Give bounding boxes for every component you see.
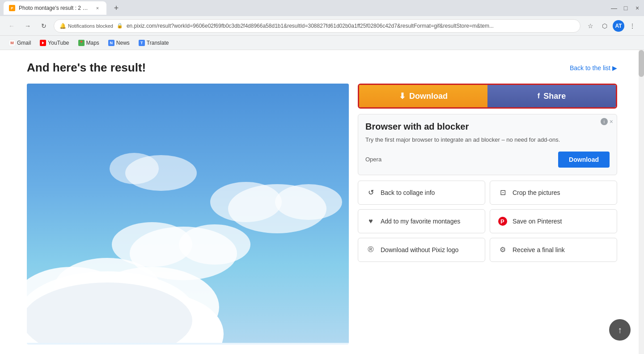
svg-marker-0 bbox=[42, 42, 44, 44]
notification-text: Notifications blocked bbox=[68, 23, 113, 29]
pinterest-icon: P bbox=[497, 216, 508, 227]
minimize-button[interactable]: — bbox=[611, 5, 617, 11]
bookmarks-bar: M Gmail YouTube 📍 Maps N News T Translat… bbox=[0, 36, 644, 50]
tab-close-button[interactable]: × bbox=[94, 4, 101, 12]
scroll-top-icon: ↑ bbox=[618, 325, 622, 335]
page-title: And here's the result! bbox=[27, 61, 146, 75]
ad-brand: Opera bbox=[365, 156, 381, 163]
bell-icon: 🔔 bbox=[59, 23, 66, 29]
registered-icon: ® bbox=[365, 244, 376, 255]
translate-icon: T bbox=[139, 40, 145, 46]
scroll-top-button[interactable]: ↑ bbox=[609, 319, 631, 341]
back-to-list-arrow: ▶ bbox=[612, 64, 617, 72]
svg-text:P: P bbox=[500, 218, 504, 225]
result-header: And here's the result! Back to the list … bbox=[27, 61, 617, 75]
title-bar: P Photo montage's result : 2 pictur... ×… bbox=[0, 0, 644, 16]
bookmark-maps[interactable]: 📍 Maps bbox=[75, 38, 103, 48]
ad-card: i × Browser with ad blocker Try the firs… bbox=[358, 114, 617, 175]
ad-footer: Opera Download bbox=[365, 152, 610, 168]
bookmark-news[interactable]: N News bbox=[105, 38, 133, 48]
notification-blocked: 🔔 Notifications blocked bbox=[59, 23, 113, 29]
tab-title: Photo montage's result : 2 pictur... bbox=[19, 5, 90, 11]
main-area: ⬇ Download f Share i × Browser with ad b… bbox=[27, 84, 617, 345]
favorite-label: Add to my favorite montages bbox=[381, 218, 460, 225]
action-grid: ↺ Back to collage info ⊡ Crop the pictur… bbox=[358, 181, 617, 262]
back-to-list-link[interactable]: Back to the list ▶ bbox=[570, 64, 617, 72]
youtube-icon bbox=[40, 40, 46, 46]
close-button[interactable]: × bbox=[634, 5, 640, 11]
browser-tab[interactable]: P Photo montage's result : 2 pictur... × bbox=[4, 1, 106, 15]
refresh-button[interactable]: ↻ bbox=[38, 20, 50, 32]
link-icon: ⚙ bbox=[497, 244, 508, 255]
profile-avatar[interactable]: AT bbox=[613, 20, 624, 32]
ad-label: i × bbox=[601, 118, 613, 125]
share-page-button[interactable]: ⬡ bbox=[598, 20, 611, 32]
download-icon: ⬇ bbox=[399, 91, 406, 101]
scrollbar-track bbox=[639, 50, 644, 354]
svg-point-10 bbox=[210, 182, 282, 222]
news-icon: N bbox=[108, 40, 114, 46]
tab-favicon: P bbox=[9, 5, 15, 11]
ad-close-button[interactable]: × bbox=[610, 118, 613, 125]
share-label: Share bbox=[543, 92, 566, 101]
lock-icon: 🔒 bbox=[117, 23, 123, 29]
primary-action-buttons: ⬇ Download f Share bbox=[358, 84, 617, 109]
bookmark-youtube[interactable]: YouTube bbox=[36, 38, 72, 48]
back-collage-button[interactable]: ↺ Back to collage info bbox=[358, 181, 485, 205]
page-content: And here's the result! Back to the list … bbox=[0, 50, 644, 354]
bookmark-maps-label: Maps bbox=[86, 40, 99, 46]
forward-button[interactable]: → bbox=[21, 20, 34, 32]
ad-description: Try the first major browser to integrate… bbox=[365, 135, 610, 144]
back-to-list-text: Back to the list bbox=[570, 64, 610, 72]
download-label: Download bbox=[409, 92, 448, 101]
bookmark-translate-label: Translate bbox=[147, 40, 169, 46]
bookmark-gmail-label: Gmail bbox=[17, 40, 31, 46]
crop-icon: ⊡ bbox=[497, 187, 508, 198]
download-button[interactable]: ⬇ Download bbox=[359, 85, 487, 107]
pinterest-button[interactable]: P Save on Pinterest bbox=[490, 209, 617, 233]
refresh-icon: ↺ bbox=[365, 187, 376, 198]
favorite-button[interactable]: ♥ Add to my favorite montages bbox=[358, 209, 485, 233]
bookmark-news-label: News bbox=[116, 40, 130, 46]
result-image bbox=[27, 84, 349, 345]
ad-info-button[interactable]: i bbox=[601, 118, 608, 125]
maps-icon: 📍 bbox=[78, 40, 85, 46]
address-bar[interactable]: 🔔 Notifications blocked 🔒 en.pixiz.com/r… bbox=[54, 19, 580, 33]
ad-title: Browser with ad blocker bbox=[365, 122, 610, 132]
facebook-icon: f bbox=[538, 92, 540, 100]
final-link-label: Receive a final link bbox=[513, 246, 565, 253]
heart-icon: ♥ bbox=[365, 216, 376, 227]
share-button[interactable]: f Share bbox=[487, 85, 616, 107]
window-controls: — □ × bbox=[611, 5, 640, 11]
new-tab-button[interactable]: + bbox=[110, 2, 123, 14]
crop-pictures-button[interactable]: ⊡ Crop the pictures bbox=[490, 181, 617, 205]
toolbar-icons: ☆ ⬡ AT ⋮ bbox=[584, 20, 639, 32]
more-options-button[interactable]: ⋮ bbox=[626, 20, 639, 32]
svg-point-11 bbox=[275, 184, 342, 220]
bookmark-gmail[interactable]: M Gmail bbox=[5, 38, 34, 48]
crop-pictures-label: Crop the pictures bbox=[513, 189, 560, 196]
gmail-icon: M bbox=[9, 40, 15, 46]
no-logo-button[interactable]: ® Download without Pixiz logo bbox=[358, 238, 485, 262]
back-button[interactable]: ← bbox=[5, 20, 18, 32]
maximize-button[interactable]: □ bbox=[623, 5, 629, 11]
final-link-button[interactable]: ⚙ Receive a final link bbox=[490, 238, 617, 262]
back-collage-label: Back to collage info bbox=[381, 189, 435, 196]
browser-toolbar: ← → ↻ 🔔 Notifications blocked 🔒 en.pixiz… bbox=[0, 16, 644, 36]
scrollbar-thumb[interactable] bbox=[639, 50, 644, 77]
pinterest-label: Save on Pinterest bbox=[513, 218, 562, 225]
no-logo-label: Download without Pixiz logo bbox=[381, 246, 458, 253]
bookmark-translate[interactable]: T Translate bbox=[135, 38, 173, 48]
url-text: en.pixiz.com/result?workId=9606e02f69fb0… bbox=[127, 23, 575, 29]
bookmark-star-button[interactable]: ☆ bbox=[584, 20, 597, 32]
bookmark-youtube-label: YouTube bbox=[48, 40, 69, 46]
ad-download-button[interactable]: Download bbox=[558, 152, 610, 168]
svg-point-13 bbox=[110, 153, 159, 184]
svg-point-8 bbox=[179, 224, 250, 265]
right-panel: ⬇ Download f Share i × Browser with ad b… bbox=[358, 84, 617, 345]
